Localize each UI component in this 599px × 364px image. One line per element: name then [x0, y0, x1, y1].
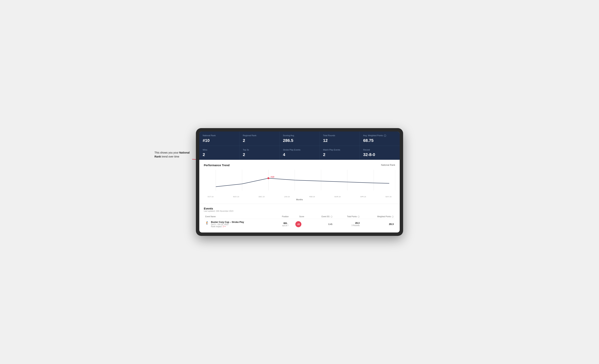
- stat-wins: Wins 2: [199, 146, 239, 160]
- total-rounds-sub: 3 Rounds: [335, 224, 360, 226]
- stat-scoring-avg: Scoring Avg. 286.5: [280, 132, 319, 145]
- stat-total-rounds-value: 12: [323, 138, 356, 143]
- stat-stroke-play-label: Stroke Play Events: [283, 149, 316, 151]
- events-table: Event Name Position Score Event SG i Tot…: [204, 214, 395, 230]
- stat-total-rounds-label: Total Rounds: [323, 134, 356, 137]
- stat-national-rank: National Rank #10: [199, 132, 239, 145]
- events-section: Events Last updated: 24th November 2023 …: [199, 204, 400, 232]
- stat-record-value: 32-8-0: [363, 152, 396, 157]
- x-label-jan24: JAN 24: [284, 196, 290, 198]
- stat-match-play: Match Play Events 2: [320, 146, 360, 160]
- stat-top3s-label: Top 3s: [243, 149, 276, 151]
- col-event-name: Event Name: [204, 214, 277, 219]
- stat-avg-weighted-label: Avg. Weighted Points i: [363, 134, 396, 137]
- col-event-sg: Event SG i: [310, 214, 334, 219]
- event-score-cell: -22: [294, 219, 310, 230]
- stat-scoring-avg-label: Scoring Avg.: [283, 134, 316, 137]
- stat-regional-rank-label: Regional Rank: [243, 134, 276, 137]
- performance-chart: #10: [204, 170, 395, 194]
- x-label-apr24: APR 24: [360, 196, 366, 198]
- chart-x-labels: OCT 23 NOV 23 DEC 23 JAN 24 FEB 24 MAR 2…: [204, 196, 395, 198]
- x-label-feb24: FEB 24: [309, 196, 315, 198]
- weighted-points-info-icon: i: [392, 216, 394, 218]
- event-name-text: Buster Cozy Cup – Stroke Play: [211, 221, 244, 223]
- stat-record: Record 32-8-0: [360, 146, 400, 160]
- stats-grid: National Rank #10 Regional Rank 2 Scorin…: [199, 132, 400, 160]
- x-label-nov23: NOV 23: [233, 196, 239, 198]
- table-row: 🏌 Buster Cozy Cup – Stroke Play Oct 9 – …: [204, 219, 395, 230]
- svg-point-9: [267, 177, 270, 179]
- x-label-may24: MAY 24: [386, 196, 391, 198]
- stat-match-play-label: Match Play Events: [323, 149, 356, 151]
- event-position-sub: out of 7: [278, 225, 292, 227]
- stat-stroke-play: Stroke Play Events 4: [280, 146, 319, 160]
- x-label-oct23: OCT 23: [208, 196, 213, 198]
- stat-regional-rank-value: 2: [243, 138, 276, 143]
- stat-national-rank-value: #10: [203, 138, 236, 143]
- chart-axis-label: Months: [204, 198, 395, 201]
- stat-avg-weighted-value: 68.75: [363, 138, 396, 143]
- total-points-cell: 28.3 3 Rounds: [334, 219, 361, 230]
- weighted-points-cell: 28.3: [361, 219, 395, 230]
- col-score: Score: [294, 214, 310, 219]
- event-position-value: 6th: [278, 222, 292, 225]
- stat-match-play-value: 2: [323, 152, 356, 157]
- perf-header: Performance Trend National Rank: [204, 164, 395, 167]
- event-golf-icon: 🏌: [205, 221, 209, 225]
- stat-national-rank-label: National Rank: [203, 134, 236, 137]
- event-sg-cell: 0.45: [310, 219, 334, 230]
- svg-text:#10: #10: [271, 176, 274, 178]
- stat-top3s: Top 3s 2: [239, 146, 279, 160]
- stat-wins-label: Wins: [203, 149, 236, 151]
- event-sg-info-icon: i: [331, 216, 333, 218]
- stat-wins-value: 2: [203, 152, 236, 157]
- stat-total-rounds: Total Rounds 12: [320, 132, 360, 145]
- rank-impact-value: 3: [223, 225, 224, 228]
- stat-stroke-play-value: 4: [283, 152, 316, 157]
- score-badge: -22: [295, 221, 301, 227]
- perf-title: Performance Trend: [204, 164, 230, 167]
- table-header-row: Event Name Position Score Event SG i Tot…: [204, 214, 395, 219]
- tablet-screen: National Rank #10 Regional Rank 2 Scorin…: [199, 132, 400, 232]
- x-label-mar24: MAR 24: [335, 196, 341, 198]
- total-points-info-icon: i: [358, 216, 360, 218]
- info-icon: i: [384, 134, 386, 137]
- rank-arrow-down-icon: ▼: [224, 226, 226, 227]
- stat-regional-rank: Regional Rank 2: [239, 132, 279, 145]
- col-position: Position: [277, 214, 294, 219]
- annotation-text: This shows you your National Rank trend …: [154, 151, 192, 159]
- performance-section: Performance Trend National Rank: [199, 160, 400, 204]
- events-subtitle: Last updated: 24th November 2023: [204, 210, 395, 212]
- total-points-value: 28.3: [335, 222, 360, 224]
- rank-impact: Rank Impact: 3 ▼: [211, 225, 244, 228]
- col-total-points: Total Points i: [334, 214, 361, 219]
- events-title: Events: [204, 207, 395, 210]
- event-position-cell: 6th out of 7: [277, 219, 294, 230]
- chart-container: #10: [204, 170, 395, 194]
- perf-right-label: National Rank: [381, 164, 395, 166]
- content-area: National Rank #10 Regional Rank 2 Scorin…: [199, 132, 400, 232]
- stat-scoring-avg-value: 286.5: [283, 138, 316, 143]
- tablet-device: National Rank #10 Regional Rank 2 Scorin…: [196, 128, 403, 236]
- col-weighted-points: Weighted Points i: [361, 214, 395, 219]
- stat-avg-weighted: Avg. Weighted Points i 68.75: [360, 132, 400, 145]
- x-label-dec23: DEC 23: [259, 196, 265, 198]
- stat-top3s-value: 2: [243, 152, 276, 157]
- event-name-cell: 🏌 Buster Cozy Cup – Stroke Play Oct 9 – …: [204, 219, 277, 230]
- event-date: Oct 9 – Oct 10, 2023: [211, 223, 244, 225]
- stat-record-label: Record: [363, 149, 396, 151]
